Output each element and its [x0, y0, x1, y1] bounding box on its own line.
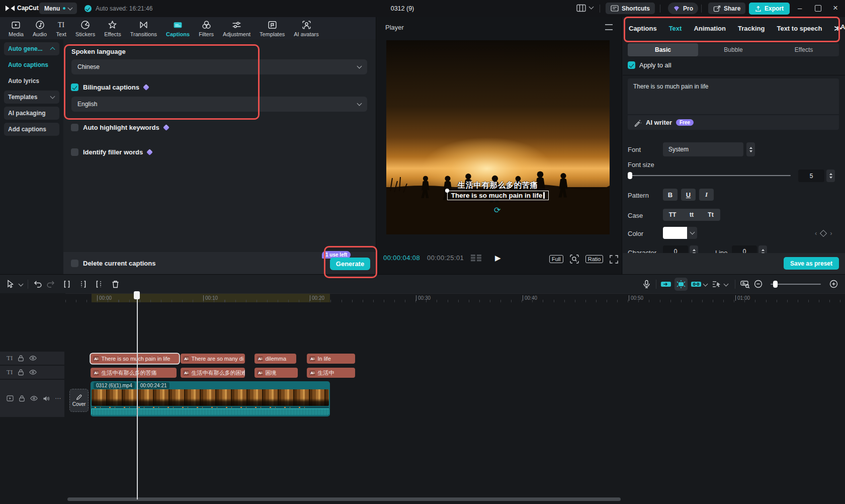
toolbar-item-transitions[interactable]: Transitions — [126, 20, 161, 37]
main-track-magnet-button[interactable] — [659, 278, 672, 291]
play-button[interactable]: ▶ — [495, 254, 501, 263]
keyframe-next-icon[interactable]: › — [830, 229, 832, 237]
zoom-out-button[interactable] — [751, 278, 765, 291]
select-tool-chevron-icon[interactable] — [19, 282, 24, 287]
full-button[interactable]: Full — [549, 255, 563, 263]
track-more-icon[interactable]: ⋯ — [55, 395, 61, 402]
ratio-button[interactable]: Ratio — [585, 255, 604, 263]
minimize-button[interactable]: – — [798, 4, 802, 12]
cover-button[interactable]: Cover — [69, 389, 89, 412]
preview-axis-button[interactable] — [710, 278, 723, 291]
auto-highlight-checkbox[interactable] — [71, 124, 78, 131]
speaker-icon[interactable] — [43, 395, 50, 402]
playhead-line[interactable] — [137, 295, 138, 499]
delete-right-button[interactable] — [93, 278, 106, 291]
caption-clip-there-is-so-much-pain-in-life[interactable]: A≡There is so much pain in life — [91, 354, 179, 364]
sidebar-item-ai-packaging[interactable]: AI packaging — [4, 107, 59, 120]
share-button[interactable]: Share — [708, 3, 745, 14]
apply-to-all-checkbox[interactable] — [628, 61, 635, 69]
toolbar-item-effects[interactable]: Effects — [100, 20, 125, 37]
underline-button[interactable]: U — [681, 189, 696, 201]
record-voiceover-button[interactable] — [640, 278, 653, 291]
timeline-scrollbar[interactable] — [67, 497, 621, 501]
caption-clip-困境[interactable]: A≡困境 — [255, 368, 298, 378]
sidebar-item-auto-lyrics[interactable]: Auto lyrics — [4, 74, 59, 88]
toolbar-item-ai-avatars[interactable]: AI avatars — [289, 20, 323, 37]
bold-button[interactable]: B — [663, 189, 678, 201]
select-tool-button[interactable] — [4, 278, 17, 291]
ai-writer-row[interactable]: AI writer Free — [628, 115, 839, 130]
toolbar-item-media[interactable]: Media — [4, 20, 28, 37]
color-dropdown[interactable] — [687, 227, 697, 239]
preview-axis-chevron-icon[interactable] — [724, 282, 729, 287]
caption-clip-dilemma[interactable]: A≡dilemma — [255, 354, 296, 364]
sidebar-item-auto-gene[interactable]: Auto gene... — [4, 42, 59, 55]
font-select[interactable]: System — [663, 142, 743, 156]
subtab-basic[interactable]: Basic — [628, 43, 698, 56]
tab-text[interactable]: Text — [669, 25, 682, 32]
bilingual-checkbox[interactable] — [71, 83, 78, 91]
case-upper-button[interactable]: TT — [663, 209, 682, 221]
toolbar-item-filters[interactable]: Filters — [194, 20, 218, 37]
subtab-bubble[interactable]: Bubble — [698, 43, 769, 56]
restore-button[interactable] — [815, 5, 821, 12]
spoken-language-select[interactable]: Chinese — [71, 59, 367, 74]
adjust-tracks-button[interactable] — [738, 278, 751, 291]
save-as-preset-button[interactable]: Save as preset — [784, 257, 839, 270]
slider-handle[interactable] — [628, 172, 632, 179]
caption-text-input[interactable]: There is so much pain in life — [628, 78, 839, 114]
close-button[interactable]: × — [833, 3, 838, 13]
zoom-slider-handle[interactable] — [773, 281, 778, 288]
delete-left-button[interactable] — [76, 278, 90, 291]
toolbar-item-templates[interactable]: Templates — [255, 20, 289, 37]
link-clips-chevron-icon[interactable] — [703, 282, 708, 287]
eye-icon[interactable] — [29, 355, 37, 361]
generate-button[interactable]: Generate — [330, 258, 370, 270]
pro-badge[interactable]: Pro — [668, 3, 698, 14]
compare-icon[interactable] — [471, 255, 482, 262]
font-size-stepper[interactable] — [826, 170, 835, 182]
case-lower-button[interactable]: tt — [682, 209, 701, 221]
keyframe-diamond-icon[interactable] — [820, 229, 827, 236]
toolbar-item-adjustment[interactable]: Adjustment — [218, 20, 255, 37]
font-size-slider[interactable] — [629, 175, 791, 176]
menu-button[interactable]: Menu — [39, 3, 77, 14]
toolbar-item-audio[interactable]: Audio — [28, 20, 51, 37]
rotate-handle-icon[interactable]: ⟳ — [494, 205, 500, 215]
tab-tracking[interactable]: Tracking — [738, 25, 765, 32]
bilingual-language-select[interactable]: English — [71, 97, 367, 112]
eye-icon[interactable] — [30, 395, 38, 401]
caption-clip-there-are-so-many-di[interactable]: A≡There are so many di — [181, 354, 245, 364]
italic-button[interactable]: I — [699, 189, 714, 201]
color-swatch[interactable] — [663, 227, 687, 239]
filler-words-checkbox[interactable] — [71, 148, 78, 156]
toolbar-item-stickers[interactable]: Stickers — [71, 20, 100, 37]
keyframe-prev-icon[interactable]: ‹ — [815, 229, 817, 237]
lock-icon[interactable] — [19, 395, 25, 402]
lock-icon[interactable] — [18, 369, 24, 376]
sidebar-item-add-captions[interactable]: Add captions — [4, 123, 59, 136]
caption-clip-生活中有那么多的困难[interactable]: A≡生活中有那么多的困难 — [181, 368, 245, 378]
export-button[interactable]: Export — [749, 3, 790, 15]
delete-clip-button[interactable] — [109, 278, 122, 291]
split-button[interactable] — [60, 278, 73, 291]
lock-icon[interactable] — [18, 355, 24, 362]
link-clips-button[interactable] — [690, 278, 703, 291]
zoom-in-button[interactable] — [827, 278, 840, 291]
playhead-handle[interactable] — [134, 291, 140, 299]
eye-icon[interactable] — [29, 369, 37, 375]
shortcuts-button[interactable]: Shortcuts — [606, 3, 655, 14]
tab-captions[interactable]: Captions — [629, 25, 657, 32]
caption-clip-in-life[interactable]: A≡In life — [307, 354, 355, 364]
caption-en-box[interactable]: There is so much pain in life — [447, 191, 549, 200]
font-size-value[interactable]: 5 — [798, 170, 824, 182]
font-stepper[interactable] — [746, 142, 755, 156]
fullscreen-icon[interactable] — [610, 255, 618, 264]
timeline-zoom-slider[interactable] — [771, 284, 821, 285]
auto-snap-button[interactable] — [674, 278, 688, 291]
caption-overlay[interactable]: 生活中有那么多的苦痛 There is so much pain in life — [386, 181, 610, 200]
sidebar-item-auto-captions[interactable]: Auto captions — [4, 58, 59, 71]
subtab-effects[interactable]: Effects — [769, 43, 839, 56]
timeline-ruler[interactable] — [65, 293, 845, 303]
case-title-button[interactable]: Tt — [701, 209, 720, 221]
